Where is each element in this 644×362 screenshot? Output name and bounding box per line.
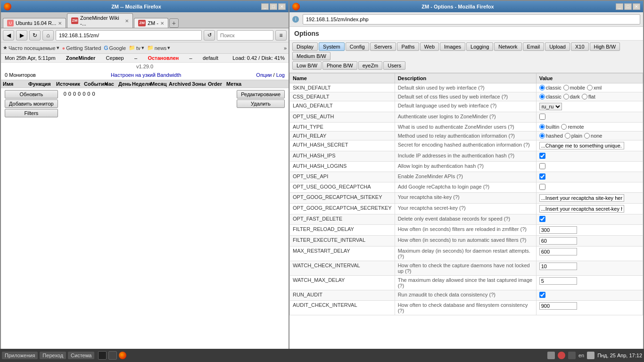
tab-phone-bw[interactable]: Phone B/W bbox=[322, 61, 357, 70]
left-search-bar[interactable] bbox=[217, 30, 273, 41]
option-text-14[interactable] bbox=[539, 226, 577, 234]
left-forward-button[interactable]: ▶ bbox=[16, 30, 27, 41]
option-value-20[interactable] bbox=[536, 301, 643, 315]
option-value-2[interactable]: ru_ru bbox=[536, 101, 643, 112]
option-value-8[interactable] bbox=[536, 162, 643, 172]
left-tab-wiki[interactable]: ZM ZoneMinder Wiki -... ✕ bbox=[67, 13, 133, 28]
bookmark-frequent[interactable]: ★ Часто посещаемые ▾ bbox=[3, 45, 59, 51]
filters-button[interactable]: Filters bbox=[5, 109, 58, 117]
taskbar-volume-icon[interactable] bbox=[587, 352, 594, 359]
tab-display[interactable]: Display bbox=[292, 42, 318, 51]
bookmark-news[interactable]: 📁 news ▾ bbox=[147, 45, 171, 51]
zm-bandwidth-config[interactable]: Настроен на узкий Bandwidth bbox=[111, 72, 181, 78]
option-value-3[interactable] bbox=[536, 112, 643, 123]
option-text-18[interactable] bbox=[539, 277, 577, 285]
option-checkbox-13[interactable] bbox=[539, 216, 545, 222]
tab-config[interactable]: Config bbox=[346, 42, 369, 51]
option-text-wide-12[interactable] bbox=[539, 205, 624, 213]
tab-high-bw[interactable]: High B/W bbox=[590, 42, 620, 51]
option-value-11[interactable] bbox=[536, 193, 643, 204]
option-text-wide-6[interactable] bbox=[539, 142, 624, 149]
left-tab-zm-close[interactable]: ✕ bbox=[160, 21, 164, 26]
option-value-18[interactable] bbox=[536, 276, 643, 290]
edit-button[interactable]: Редактирование bbox=[237, 90, 285, 99]
bookmark-tv[interactable]: 📁 tv ▾ bbox=[129, 45, 144, 51]
tab-x10[interactable]: X10 bbox=[571, 42, 589, 51]
taskbar-firefox-icon[interactable] bbox=[119, 352, 126, 359]
option-text-17[interactable] bbox=[539, 263, 577, 270]
option-text-16[interactable] bbox=[539, 248, 577, 255]
right-url-bar[interactable] bbox=[303, 14, 640, 25]
tab-users[interactable]: Users bbox=[383, 61, 405, 70]
option-value-17[interactable] bbox=[536, 261, 643, 276]
zm-options-link[interactable]: Опции bbox=[256, 72, 272, 78]
option-checkbox-10[interactable] bbox=[539, 184, 545, 190]
option-text-wide-11[interactable] bbox=[539, 194, 624, 202]
left-home-button[interactable]: ⌂ bbox=[42, 30, 54, 41]
option-value-12[interactable] bbox=[536, 204, 643, 214]
tab-upload[interactable]: Upload bbox=[545, 42, 570, 51]
left-back-button[interactable]: ◀ bbox=[3, 30, 14, 41]
tab-medium-bw[interactable]: Medium B/W bbox=[292, 52, 330, 60]
right-maximize-button[interactable]: □ bbox=[624, 3, 632, 10]
option-value-5[interactable]: hashedplainnone bbox=[536, 132, 643, 140]
add-monitor-button[interactable]: Добавить монитор bbox=[5, 99, 58, 108]
tab-images[interactable]: Images bbox=[440, 42, 465, 51]
option-value-0[interactable]: classicmobilexml bbox=[536, 83, 643, 92]
option-value-19[interactable] bbox=[536, 290, 643, 301]
left-url-bar[interactable] bbox=[56, 30, 202, 41]
tab-web[interactable]: Web bbox=[420, 42, 439, 51]
option-value-13[interactable] bbox=[536, 214, 643, 225]
option-checkbox-19[interactable] bbox=[539, 292, 545, 298]
zm-log-link[interactable]: Log bbox=[276, 72, 285, 78]
left-go-button[interactable]: ↺ bbox=[204, 30, 215, 41]
option-value-15[interactable] bbox=[536, 236, 643, 247]
tab-low-bw[interactable]: Low B/W bbox=[292, 61, 322, 70]
option-value-10[interactable] bbox=[536, 182, 643, 193]
option-checkbox-9[interactable] bbox=[539, 173, 545, 180]
left-tab-wiki-close[interactable]: ✕ bbox=[125, 18, 129, 24]
tab-email[interactable]: Email bbox=[523, 42, 545, 51]
option-select-2[interactable]: ru_ru bbox=[539, 103, 562, 110]
bookmark-more-button[interactable]: » bbox=[284, 45, 287, 51]
tab-eyezm[interactable]: eyeZm bbox=[358, 61, 383, 70]
option-text-20[interactable] bbox=[539, 302, 577, 310]
option-value-4[interactable]: builtinremote bbox=[536, 123, 643, 132]
bookmark-google[interactable]: G Google bbox=[104, 45, 126, 51]
option-value-16[interactable] bbox=[536, 247, 643, 261]
tab-servers[interactable]: Servers bbox=[370, 42, 396, 51]
option-value-7[interactable] bbox=[536, 151, 643, 162]
right-minimize-button[interactable]: _ bbox=[616, 3, 623, 10]
left-new-tab-button[interactable]: + bbox=[169, 18, 179, 28]
delete-button[interactable]: Удалить bbox=[237, 99, 285, 108]
tab-network[interactable]: Network bbox=[494, 42, 521, 51]
option-checkbox-7[interactable] bbox=[539, 153, 545, 159]
taskbar-apps[interactable]: Приложения bbox=[2, 352, 38, 359]
left-reload-button[interactable]: ↻ bbox=[29, 30, 41, 41]
taskbar-system[interactable]: Система bbox=[68, 352, 94, 359]
left-tab-ubuntu[interactable]: U Ubuntu 16.04 R... ✕ bbox=[3, 18, 66, 28]
option-checkbox-3[interactable] bbox=[539, 114, 545, 120]
left-minimize-button[interactable]: _ bbox=[261, 3, 269, 10]
option-value-9[interactable] bbox=[536, 172, 643, 182]
right-content-area: Options Display System Config Servers Pa… bbox=[289, 27, 643, 361]
bookmark-getting-started[interactable]: ● Getting Started bbox=[62, 45, 101, 51]
option-value-14[interactable] bbox=[536, 225, 643, 236]
left-maximize-button[interactable]: □ bbox=[270, 3, 277, 10]
taskbar-nav[interactable]: Переход bbox=[40, 352, 66, 359]
option-value-6[interactable] bbox=[536, 140, 643, 151]
left-tab-zm[interactable]: ZM ZM - ✕ bbox=[134, 18, 168, 28]
option-checkbox-8[interactable] bbox=[539, 163, 545, 169]
tab-logging[interactable]: Logging bbox=[466, 42, 493, 51]
option-value-1[interactable]: classicdarkflat bbox=[536, 92, 643, 101]
tab-system[interactable]: System bbox=[319, 42, 345, 51]
refresh-button[interactable]: Обновить bbox=[5, 90, 58, 99]
left-tab-ubuntu-close[interactable]: ✕ bbox=[58, 21, 62, 26]
right-close-button[interactable]: ✕ bbox=[633, 3, 640, 10]
taskbar-icon1[interactable] bbox=[98, 351, 107, 360]
option-text-15[interactable] bbox=[539, 237, 577, 245]
taskbar-icon2[interactable] bbox=[108, 351, 117, 360]
left-menu-button[interactable]: ≡ bbox=[275, 30, 287, 41]
left-close-button[interactable]: ✕ bbox=[278, 3, 286, 10]
tab-paths[interactable]: Paths bbox=[397, 42, 419, 51]
